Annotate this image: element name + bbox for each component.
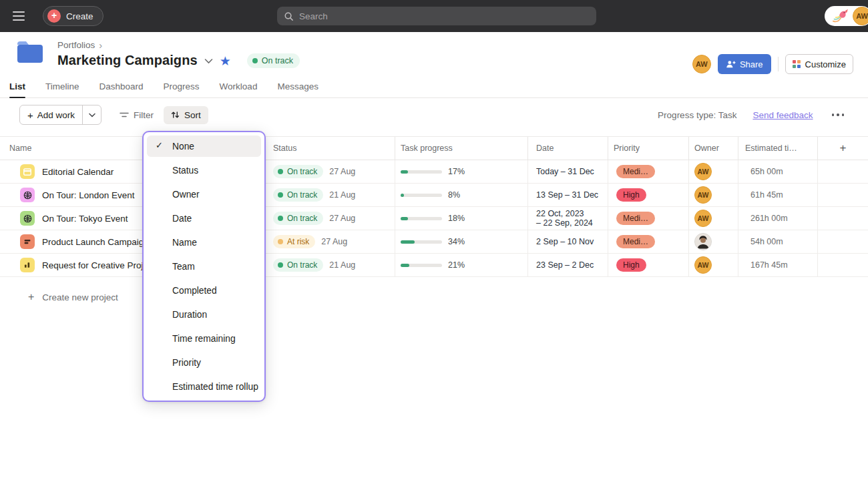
table-row[interactable]: Editorial Calendar On track 27 Aug 17% T…	[0, 160, 868, 184]
sort-arrows-icon	[171, 111, 180, 119]
priority-badge[interactable]: High	[616, 188, 646, 202]
sort-option-date[interactable]: Date	[147, 208, 261, 229]
status-badge[interactable]: On track	[273, 188, 323, 202]
send-feedback-link[interactable]: Send feedback	[752, 110, 813, 120]
sort-option-time-remaining[interactable]: Time remaining	[147, 328, 261, 349]
column-header-priority[interactable]: Priority	[608, 137, 689, 160]
globe-icon	[20, 211, 35, 226]
create-button[interactable]: + Create	[43, 6, 103, 26]
table-row[interactable]: On Tour: Tokyo Event On track 27 Aug 18%…	[0, 207, 868, 230]
breadcrumb-portfolios[interactable]: Portfolios	[57, 40, 95, 50]
status-dot-icon	[278, 262, 283, 268]
tab-messages[interactable]: Messages	[277, 81, 318, 97]
tab-dashboard[interactable]: Dashboard	[99, 81, 144, 97]
tab-list[interactable]: List	[9, 81, 25, 97]
column-header-estimated-ti[interactable]: Estimated ti…	[738, 137, 818, 160]
add-work-button[interactable]: + Add work	[20, 105, 82, 124]
tab-workload[interactable]: Workload	[220, 81, 258, 97]
tab-progress[interactable]: Progress	[164, 81, 200, 97]
sort-option-completed[interactable]: Completed	[147, 280, 261, 301]
project-date-cell[interactable]: 13 Sep – 31 Dec	[528, 184, 608, 206]
project-owner-cell[interactable]: AW	[689, 207, 738, 230]
portfolio-status-badge[interactable]: On track	[247, 53, 300, 68]
toolbar-right: Progress type: Task Send feedback	[658, 99, 847, 131]
status-badge[interactable]: On track	[273, 212, 323, 225]
progress-percent: 8%	[448, 190, 460, 200]
table-row[interactable]: Product Launch Campaign At risk 27 Aug 3…	[0, 230, 868, 254]
project-date-cell[interactable]: Today – 31 Dec	[528, 160, 608, 183]
column-header-status[interactable]: Status	[265, 137, 395, 160]
status-label: On track	[287, 214, 317, 223]
share-button[interactable]: Share	[718, 54, 771, 74]
table-row[interactable]: Request for Creative Project On track 21…	[0, 254, 868, 277]
ellipsis-icon[interactable]	[829, 109, 847, 120]
project-priority-cell[interactable]: Medi…	[608, 230, 689, 253]
status-badge[interactable]: At risk	[273, 235, 315, 248]
date-range: Today – 31 Dec	[536, 167, 594, 176]
sort-option-status[interactable]: Status	[147, 160, 261, 181]
priority-badge[interactable]: Medi…	[616, 165, 655, 178]
tab-timeline[interactable]: Timeline	[45, 81, 79, 97]
project-owner-cell[interactable]: AW	[689, 254, 738, 276]
breadcrumb[interactable]: Portfolios ›	[57, 39, 102, 51]
sort-option-estimated-time-rollup[interactable]: Estimated time rollup	[147, 376, 261, 397]
customize-button[interactable]: Customize	[785, 54, 853, 74]
table-row[interactable]: On Tour: London Event On track 21 Aug 8%…	[0, 184, 868, 207]
status-badge[interactable]: On track	[273, 258, 323, 272]
sort-button[interactable]: Sort	[164, 106, 208, 124]
status-date: 27 Aug	[329, 214, 355, 223]
task-progress-cell: 18%	[395, 207, 528, 230]
portfolio-owner-avatar[interactable]: AW	[692, 55, 711, 73]
project-priority-cell[interactable]: High	[608, 254, 689, 276]
project-priority-cell[interactable]: High	[608, 184, 689, 206]
status-date: 21 Aug	[329, 190, 355, 200]
column-header-owner[interactable]: Owner	[689, 137, 738, 160]
divider	[778, 57, 779, 71]
create-new-project-button[interactable]: + Create new project	[25, 287, 121, 307]
project-owner-cell[interactable]	[689, 230, 738, 253]
owner-avatar[interactable]: AW	[694, 210, 712, 227]
sort-option-priority[interactable]: Priority	[147, 352, 261, 373]
project-owner-cell[interactable]: AW	[689, 160, 738, 183]
priority-badge[interactable]: Medi…	[616, 212, 655, 225]
progress-type-button[interactable]: Progress type: Task	[658, 110, 736, 120]
sort-option-duration[interactable]: Duration	[147, 304, 261, 325]
owner-avatar[interactable]: AW	[694, 186, 712, 204]
filter-button[interactable]: Filter	[114, 106, 160, 124]
user-avatar[interactable]: AW	[853, 7, 868, 25]
project-status-cell[interactable]: On track 21 Aug	[265, 254, 395, 276]
add-column-button[interactable]: +	[818, 137, 868, 160]
owner-avatar[interactable]: AW	[694, 163, 712, 180]
sort-option-owner[interactable]: Owner	[147, 184, 261, 205]
search-input[interactable]: Search	[277, 7, 596, 25]
project-status-cell[interactable]: On track 27 Aug	[265, 207, 395, 230]
project-priority-cell[interactable]: Medi…	[608, 207, 689, 230]
priority-badge[interactable]: High	[616, 258, 646, 272]
owner-avatar[interactable]: AW	[694, 256, 712, 274]
project-name: Product Launch Campaign	[42, 237, 149, 247]
progress-bar-fill	[401, 170, 408, 174]
sort-option-label: Duration	[172, 310, 207, 320]
column-header-task-progress[interactable]: Task progress	[395, 137, 528, 160]
sort-option-label: Time remaining	[172, 334, 236, 344]
celebration-creature-icon[interactable]	[831, 9, 849, 23]
project-priority-cell[interactable]: Medi…	[608, 160, 689, 183]
owner-photo-avatar[interactable]	[694, 233, 712, 250]
add-work-dropdown-button[interactable]	[82, 105, 101, 124]
project-status-cell[interactable]: On track 27 Aug	[265, 160, 395, 183]
project-status-cell[interactable]: On track 21 Aug	[265, 184, 395, 206]
sidebar-toggle-icon[interactable]	[5, 5, 32, 27]
project-owner-cell[interactable]: AW	[689, 184, 738, 206]
column-header-date[interactable]: Date	[528, 137, 608, 160]
project-date-cell[interactable]: 22 Oct, 2023– 22 Sep, 2024	[528, 207, 608, 230]
chevron-down-icon[interactable]	[204, 58, 213, 64]
priority-badge[interactable]: Medi…	[616, 235, 655, 248]
project-status-cell[interactable]: At risk 27 Aug	[265, 230, 395, 253]
status-badge[interactable]: On track	[273, 165, 323, 178]
project-date-cell[interactable]: 23 Sep – 2 Dec	[528, 254, 608, 276]
project-date-cell[interactable]: 2 Sep – 10 Nov	[528, 230, 608, 253]
sort-option-team[interactable]: Team	[147, 256, 261, 277]
sort-option-none[interactable]: ✓None	[147, 136, 261, 157]
sort-option-name[interactable]: Name	[147, 232, 261, 253]
favorite-star-icon[interactable]: ★	[220, 55, 231, 67]
